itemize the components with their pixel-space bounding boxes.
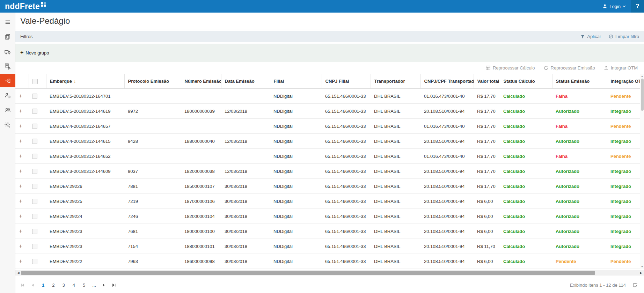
expand-row-icon[interactable]: +: [19, 243, 22, 249]
col-header-status-calculo[interactable]: Status Cálculo: [500, 74, 552, 89]
col-header-filial[interactable]: Filial: [270, 74, 322, 89]
cell-embarque: EMBDEV.29223: [46, 224, 124, 239]
help-button[interactable]: ?: [631, 0, 644, 13]
row-checkbox[interactable]: [32, 244, 37, 249]
last-page-button[interactable]: [112, 283, 116, 287]
app-logo[interactable]: nddFrete: [0, 0, 46, 12]
next-page-button[interactable]: [102, 283, 106, 287]
scroll-left-arrow[interactable]: ◀: [15, 270, 21, 276]
scroll-up-arrow[interactable]: ▲: [640, 74, 644, 79]
sidebar-item-vale-pedagio[interactable]: [0, 74, 15, 87]
cell-numero-emissao: [181, 119, 221, 134]
login-menu[interactable]: Login: [598, 0, 631, 13]
expand-row-icon[interactable]: +: [19, 258, 22, 264]
expand-row-icon[interactable]: +: [19, 93, 22, 99]
cell-status-calculo: Calculado: [500, 164, 552, 179]
cell-cnpj-filial: 65.151.466/0001-33: [322, 149, 371, 164]
first-page-button[interactable]: [20, 283, 25, 287]
vertical-scroll-thumb[interactable]: [641, 79, 644, 111]
table-row[interactable]: + EMBDEV.3-20180312-144609 9037 18200000…: [15, 164, 640, 179]
row-checkbox[interactable]: [32, 124, 37, 129]
row-checkbox[interactable]: [32, 184, 37, 189]
expand-row-icon[interactable]: +: [19, 198, 22, 204]
col-header-transportador[interactable]: Transportador: [371, 74, 420, 89]
row-checkbox[interactable]: [32, 109, 37, 114]
col-header-protocolo[interactable]: Protocolo Emissão: [124, 74, 181, 89]
page-number-3[interactable]: 3: [61, 282, 66, 288]
new-group-button[interactable]: + Novo grupo: [20, 50, 49, 56]
table-row[interactable]: + EMBDEV.29224 7246 182000000104 30/03/2…: [15, 209, 640, 224]
page-number-2[interactable]: 2: [51, 282, 56, 288]
row-checkbox[interactable]: [32, 169, 37, 174]
table-row[interactable]: + EMBDEV.29225 7219 187000000106 30/03/2…: [15, 194, 640, 209]
row-checkbox[interactable]: [32, 259, 37, 264]
menu-toggle-button[interactable]: [0, 15, 15, 29]
expand-row-icon[interactable]: +: [19, 138, 22, 144]
reprocess-emission-button[interactable]: Reprocessar Emissão: [543, 65, 595, 71]
expand-row-icon[interactable]: +: [19, 228, 22, 234]
expand-row-icon[interactable]: +: [19, 183, 22, 189]
pages-ellipsis[interactable]: ...: [92, 283, 96, 288]
sidebar-item-truck[interactable]: [0, 45, 15, 58]
col-header-valor[interactable]: Valor total: [474, 74, 500, 89]
scroll-down-arrow[interactable]: ▼: [640, 264, 644, 269]
horizontal-scrollbar[interactable]: ◀ ▶: [15, 270, 644, 276]
col-header-embarque[interactable]: Embarque↓: [46, 74, 124, 89]
export-icon: [4, 78, 11, 84]
col-header-cnpj-transportador[interactable]: CNPJ/CPF Transportador: [420, 74, 474, 89]
refresh-button[interactable]: [632, 282, 638, 288]
row-checkbox[interactable]: [32, 154, 37, 159]
col-header-numero[interactable]: Número Emissão: [181, 74, 221, 89]
table-row[interactable]: + EMBDEV.5-20180312-144619 9972 18000000…: [15, 104, 640, 119]
select-all-checkbox[interactable]: [32, 79, 38, 84]
cell-cnpj-filial: 65.151.466/0001-33: [322, 119, 371, 134]
table-row[interactable]: + EMBDEV.4-20180312-164657 NDDigital 65.…: [15, 119, 640, 134]
cell-filial: NDDigital: [270, 194, 322, 209]
table-row[interactable]: + EMBDEV.3-20180312-164652 NDDigital 65.…: [15, 149, 640, 164]
cell-cnpj-transportador: 20.108.510/0001-94: [420, 194, 474, 209]
previous-page-button[interactable]: [30, 283, 35, 287]
row-checkbox[interactable]: [32, 214, 37, 219]
sidebar-item-freight-document[interactable]: [0, 59, 15, 73]
row-checkbox[interactable]: [32, 94, 37, 99]
cell-status-calculo: Calculado: [500, 179, 552, 194]
vertical-scrollbar[interactable]: ▲ ▼: [640, 74, 644, 269]
expand-row-icon[interactable]: +: [19, 123, 22, 129]
cell-protocolo: 7246: [124, 209, 181, 224]
sidebar-item-driver[interactable]: [0, 89, 15, 102]
filters-bar[interactable]: Filtros Aplicar Limpar filtro: [15, 31, 644, 42]
integrate-otm-button[interactable]: Integrar OTM: [603, 65, 638, 71]
expand-row-icon[interactable]: +: [19, 213, 22, 219]
cell-integracao-otm: Integrado: [607, 224, 640, 239]
table-row[interactable]: + EMBDEV.29223 7681 180000000100 30/03/2…: [15, 224, 640, 239]
sidebar-item-users[interactable]: [0, 103, 15, 117]
col-header-cnpj-filial[interactable]: CNPJ Filial: [322, 74, 371, 89]
row-checkbox[interactable]: [32, 199, 37, 204]
table-row[interactable]: + EMBDEV.4-20180312-144615 9428 18800000…: [15, 134, 640, 149]
scroll-right-arrow[interactable]: ▶: [638, 270, 644, 276]
table-row[interactable]: + EMBDEV.29222 7963 186000000098 30/03/2…: [15, 254, 640, 269]
sidebar-item-settings[interactable]: [0, 118, 15, 131]
reprocess-calculation-button[interactable]: Reprocessar Cálculo: [485, 65, 535, 71]
clear-filter-button[interactable]: Limpar filtro: [609, 34, 639, 39]
page-number-5[interactable]: 5: [81, 282, 87, 288]
cell-data-emissao: 30/03/2018: [221, 239, 270, 254]
col-header-status-emissao[interactable]: Status Emissão: [552, 74, 607, 89]
expand-row-icon[interactable]: +: [19, 108, 22, 114]
apply-filter-button[interactable]: Aplicar: [580, 34, 601, 39]
sidebar-item-documents[interactable]: [0, 30, 15, 43]
table-row[interactable]: + EMBDEV.29226 7881 185000000107 30/03/2…: [15, 179, 640, 194]
cell-cnpj-transportador: 20.108.510/0001-94: [420, 104, 474, 119]
cell-filial: NDDigital: [270, 149, 322, 164]
expand-row-icon[interactable]: +: [19, 168, 22, 174]
horizontal-scroll-thumb[interactable]: [21, 271, 595, 275]
col-header-integracao-otm[interactable]: Integração OTM: [607, 74, 640, 89]
col-header-data-emissao[interactable]: Data Emissão: [221, 74, 270, 89]
page-number-1[interactable]: 1: [41, 282, 46, 288]
expand-row-icon[interactable]: +: [19, 153, 22, 159]
table-row[interactable]: + EMBDEV.29223 7154 188000000101 30/03/2…: [15, 239, 640, 254]
table-row[interactable]: + EMBDEV.5-20180312-164701 NDDigital 65.…: [15, 89, 640, 104]
row-checkbox[interactable]: [32, 139, 37, 144]
page-number-4[interactable]: 4: [71, 282, 76, 288]
row-checkbox[interactable]: [32, 229, 37, 234]
